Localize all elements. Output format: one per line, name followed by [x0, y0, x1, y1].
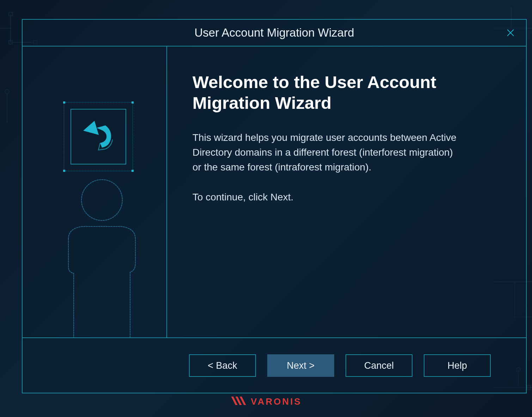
svg-point-9: [81, 180, 122, 220]
close-button[interactable]: [505, 27, 516, 38]
title-bar: User Account Migration Wizard: [23, 20, 526, 46]
wizard-window: User Account Migration Wizard: [22, 19, 527, 393]
wizard-description: This wizard helps you migrate user accou…: [192, 130, 460, 175]
help-button[interactable]: Help: [424, 354, 491, 377]
brand-name: VARONIS: [251, 396, 302, 407]
cancel-button[interactable]: Cancel: [346, 354, 412, 377]
svg-rect-5: [527, 386, 531, 389]
window-title: User Account Migration Wizard: [195, 26, 354, 39]
continue-prompt: To continue, click Next.: [192, 192, 501, 203]
welcome-heading: Welcome to the User Account Migration Wi…: [192, 72, 501, 113]
wizard-sidebar: [23, 46, 167, 337]
varonis-logo-icon: [230, 395, 247, 408]
wizard-content: Welcome to the User Account Migration Wi…: [167, 46, 526, 337]
icon-selection-box: [64, 102, 133, 171]
wizard-body: Welcome to the User Account Migration Wi…: [23, 46, 526, 337]
user-silhouette-icon: [44, 175, 149, 337]
svg-rect-2: [9, 12, 12, 16]
next-button[interactable]: Next >: [267, 354, 334, 377]
undo-arrow-icon: [79, 120, 118, 153]
svg-point-3: [5, 89, 9, 94]
close-icon: [506, 29, 515, 37]
button-bar: < Back Next > Cancel Help: [23, 337, 526, 393]
back-button[interactable]: < Back: [189, 354, 256, 377]
svg-rect-0: [9, 41, 12, 44]
brand-footer: VARONIS: [230, 395, 302, 408]
